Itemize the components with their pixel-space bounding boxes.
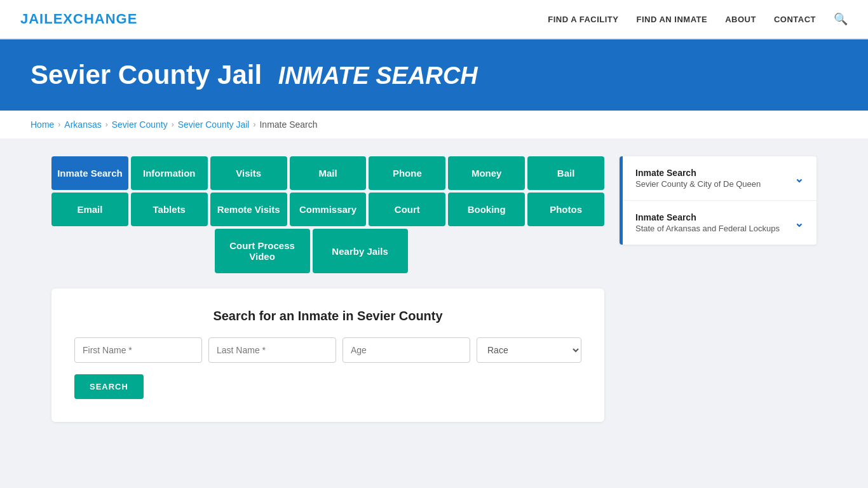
nav-item-inmate[interactable]: FIND AN INMATE [636, 13, 707, 25]
tab-court-process-video[interactable]: Court Process Video [215, 229, 310, 273]
tab-mail[interactable]: Mail [290, 156, 367, 190]
hero-banner: Sevier County Jail INMATE SEARCH [0, 39, 868, 111]
tab-court[interactable]: Court [369, 193, 445, 226]
logo-part1: JAIL [20, 11, 53, 27]
nav-links: FIND A FACILITY FIND AN INMATE ABOUT CON… [548, 12, 848, 26]
hero-title-bold: Sevier County Jail [31, 60, 262, 90]
tab-information[interactable]: Information [131, 156, 208, 190]
tab-tablets[interactable]: Tablets [131, 193, 208, 226]
sep4: › [253, 120, 255, 129]
tab-phone[interactable]: Phone [369, 156, 445, 190]
sidebar-item-sevier-title: Inmate Search [635, 168, 761, 178]
sidebar-item-sevier-subtitle: Sevier County & City of De Queen [635, 179, 761, 189]
nav-item-about[interactable]: ABOUT [725, 13, 756, 25]
sep3: › [172, 120, 174, 129]
nav-item-facility[interactable]: FIND A FACILITY [548, 13, 618, 25]
sidebar-item-sevier[interactable]: Inmate Search Sevier County & City of De… [623, 156, 817, 201]
sidebar: Inmate Search Sevier County & City of De… [620, 156, 817, 247]
sidebar-item-sevier-text: Inmate Search Sevier County & City of De… [635, 168, 761, 189]
logo[interactable]: JAILEXCHANGE [20, 11, 137, 27]
last-name-input[interactable] [208, 337, 336, 363]
sep1: › [58, 120, 60, 129]
sidebar-item-arkansas[interactable]: Inmate Search State of Arkansas and Fede… [623, 201, 817, 245]
content-area: Inmate Search Information Visits Mail Ph… [51, 156, 604, 422]
search-card: Search for an Inmate in Sevier County Ra… [51, 288, 604, 422]
logo-part2: EXCHANGE [53, 11, 138, 27]
first-name-input[interactable] [74, 337, 202, 363]
tabs-row3: Court Process Video Nearby Jails [51, 229, 604, 273]
chevron-down-icon: ⌄ [794, 172, 804, 186]
hero-title: Sevier County Jail INMATE SEARCH [31, 60, 837, 90]
tab-email[interactable]: Email [51, 193, 128, 226]
sidebar-item-arkansas-title: Inmate Search [635, 212, 780, 222]
breadcrumb: Home › Arkansas › Sevier County › Sevier… [0, 111, 868, 139]
race-select[interactable]: Race White Black Hispanic Asian Other [477, 337, 581, 363]
search-icon-nav[interactable]: 🔍 [834, 12, 848, 26]
sidebar-item-arkansas-text: Inmate Search State of Arkansas and Fede… [635, 212, 780, 233]
tabs-row2: Email Tablets Remote Visits Commissary C… [51, 193, 604, 226]
tab-inmate-search[interactable]: Inmate Search [51, 156, 128, 190]
hero-title-italic: INMATE SEARCH [278, 62, 478, 89]
breadcrumb-current: Inmate Search [259, 119, 317, 130]
search-title: Search for an Inmate in Sevier County [74, 309, 581, 323]
tab-visits[interactable]: Visits [210, 156, 287, 190]
tab-booking[interactable]: Booking [448, 193, 525, 226]
search-inputs: Race White Black Hispanic Asian Other [74, 337, 581, 363]
tab-remote-visits[interactable]: Remote Visits [210, 193, 287, 226]
age-input[interactable] [342, 337, 470, 363]
sidebar-card: Inmate Search Sevier County & City of De… [620, 156, 817, 245]
sidebar-item-arkansas-subtitle: State of Arkansas and Federal Lockups [635, 224, 780, 233]
tab-bail[interactable]: Bail [527, 156, 604, 190]
tabs-row1: Inmate Search Information Visits Mail Ph… [51, 156, 604, 190]
tab-money[interactable]: Money [448, 156, 525, 190]
sep2: › [105, 120, 108, 129]
tab-nearby-jails[interactable]: Nearby Jails [313, 229, 408, 273]
tab-photos[interactable]: Photos [527, 193, 604, 226]
breadcrumb-sevier-county[interactable]: Sevier County [112, 119, 168, 130]
chevron-down-icon-2: ⌄ [794, 216, 804, 230]
breadcrumb-sevier-jail[interactable]: Sevier County Jail [178, 119, 250, 130]
nav-item-contact[interactable]: CONTACT [774, 13, 816, 25]
tab-commissary[interactable]: Commissary [290, 193, 367, 226]
navbar: JAILEXCHANGE FIND A FACILITY FIND AN INM… [0, 0, 868, 39]
breadcrumb-home[interactable]: Home [31, 119, 54, 130]
search-button[interactable]: SEARCH [74, 374, 144, 399]
main-wrapper: Inmate Search Information Visits Mail Ph… [21, 139, 847, 440]
breadcrumb-arkansas[interactable]: Arkansas [64, 119, 101, 130]
